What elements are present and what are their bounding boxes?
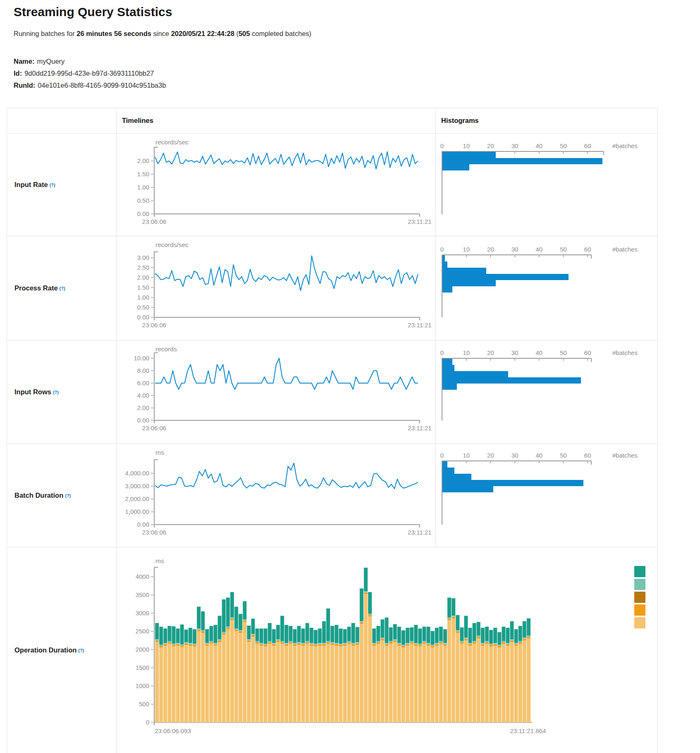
operation-duration-label-cell: Operation Duration(?) [7, 547, 117, 753]
running-mid: since [151, 30, 171, 37]
svg-text:10: 10 [463, 142, 470, 149]
operation-duration-row: Operation Duration(?) ms4000350030002500… [7, 547, 657, 753]
batch-duration-timeline-cell: ms4,000.003,000.002,000.001,000.000.0023… [117, 444, 436, 547]
svg-text:4,000.00: 4,000.00 [125, 470, 149, 477]
input-rate-label: Input Rate [14, 181, 48, 189]
batch-duration-help-icon[interactable]: (?) [65, 493, 71, 498]
legend-swatch-orange [634, 604, 645, 616]
running-paren: ( [234, 30, 239, 37]
operation-duration-stacked-chart: 4000350030002500200015001000500023:06:06… [117, 547, 657, 753]
legend-swatch-light-teal [634, 579, 645, 590]
running-suffix: completed batches) [250, 30, 311, 37]
input-rate-help-icon[interactable]: (?) [50, 182, 55, 187]
corner-cell [7, 108, 117, 133]
svg-text:20: 20 [487, 452, 494, 459]
completed-batches-count: 505 [239, 30, 250, 37]
timelines-header-cell: Timelines [117, 108, 436, 133]
svg-text:1500: 1500 [136, 664, 149, 671]
process-rate-timeline-cell: records/sec3.002.502.001.501.000.500.002… [117, 236, 436, 340]
operation-duration-chart-cell: ms4000350030002500200015001000500023:06:… [117, 547, 657, 753]
process-rate-histogram-cell: 0102030405060#batches [436, 236, 657, 340]
svg-text:40: 40 [535, 142, 542, 149]
running-batches-line: Running batches for 26 minutes 56 second… [14, 30, 311, 38]
query-meta: Name:myQuery Id:9d0dd219-995d-423e-b97d-… [14, 55, 166, 91]
svg-text:1.50: 1.50 [137, 284, 149, 291]
svg-text:23:11:21: 23:11:21 [408, 529, 431, 536]
batch-duration-histogram-chart: 0102030405060#batches [436, 444, 657, 547]
svg-text:2500: 2500 [136, 628, 149, 635]
svg-text:10: 10 [463, 349, 470, 356]
svg-text:23:11:21: 23:11:21 [408, 321, 431, 329]
svg-text:#batches: #batches [612, 452, 638, 459]
streaming-query-statistics-page: Streaming Query Statistics Running batch… [0, 0, 700, 753]
process-rate-help-icon[interactable]: (?) [60, 286, 65, 291]
svg-text:30: 30 [511, 142, 518, 149]
svg-text:10: 10 [463, 452, 470, 459]
batch-duration-histogram-cell: 0102030405060#batches [436, 444, 657, 547]
svg-text:23:06:06: 23:06:06 [142, 218, 166, 225]
svg-text:60: 60 [584, 142, 591, 149]
svg-text:1,000.00: 1,000.00 [125, 508, 149, 515]
query-id-line: Id:9d0dd219-995d-423e-b97d-36931110bb27 [14, 67, 166, 79]
process-rate-label-cell: Process Rate(?) [7, 236, 117, 340]
svg-text:60: 60 [584, 349, 591, 356]
svg-text:50: 50 [560, 452, 567, 459]
svg-text:23:06:06: 23:06:06 [142, 529, 166, 536]
running-duration: 26 minutes 56 seconds [76, 30, 151, 37]
batch-duration-label: Batch Duration [14, 492, 63, 499]
svg-text:#batches: #batches [612, 349, 638, 356]
legend-swatch-light-orange [634, 617, 645, 628]
name-value: myQuery [37, 58, 65, 65]
svg-text:23:06:06.093: 23:06:06.093 [155, 727, 191, 734]
svg-text:20: 20 [487, 142, 494, 149]
input-rows-help-icon[interactable]: (?) [53, 390, 59, 395]
histograms-header-cell: Histograms [436, 108, 657, 133]
operation-duration-help-icon[interactable]: (?) [78, 648, 84, 653]
process-rate-label: Process Rate [14, 284, 58, 292]
svg-text:1.00: 1.00 [137, 294, 149, 301]
input-rows-timeline-cell: records10.008.006.004.002.000.0023:06:06… [117, 341, 436, 444]
input-rows-timeline-chart: 10.008.006.004.002.000.0023:06:0623:11:2… [117, 341, 435, 444]
svg-text:0.50: 0.50 [137, 197, 149, 204]
svg-text:0: 0 [440, 142, 444, 149]
running-start-time: 2020/05/21 22:44:28 [171, 30, 234, 37]
svg-text:23:06:06: 23:06:06 [142, 321, 166, 329]
svg-text:2.50: 2.50 [137, 264, 149, 271]
svg-text:8.00: 8.00 [137, 367, 149, 374]
input-rate-timeline-chart: 2.001.501.000.500.0023:06:0623:11:21 [117, 134, 435, 236]
svg-text:#batches: #batches [612, 246, 638, 253]
svg-text:20: 20 [487, 246, 494, 253]
input-rows-histogram-cell: 0102030405060#batches [436, 341, 657, 444]
svg-text:50: 50 [560, 142, 567, 149]
svg-text:3.00: 3.00 [137, 254, 149, 261]
svg-text:40: 40 [535, 349, 542, 356]
svg-text:2,000.00: 2,000.00 [125, 495, 149, 502]
svg-text:0.00: 0.00 [137, 521, 149, 528]
input-rate-label-cell: Input Rate(?) [7, 134, 117, 236]
svg-text:4000: 4000 [136, 573, 149, 580]
svg-text:3500: 3500 [136, 591, 149, 598]
id-label: Id: [14, 70, 22, 77]
svg-text:30: 30 [511, 349, 518, 356]
legend-swatch-dark-orange [634, 592, 645, 603]
process-rate-timeline-chart: 3.002.502.001.501.000.500.0023:06:0623:1… [117, 236, 435, 340]
svg-text:50: 50 [560, 246, 567, 253]
process-rate-row: Process Rate(?) records/sec3.002.502.001… [7, 236, 657, 341]
statistics-table: Timelines Histograms Input Rate(?) recor… [7, 108, 658, 753]
input-rows-row: Input Rows(?) records10.008.006.004.002.… [7, 341, 657, 444]
svg-text:1.00: 1.00 [137, 184, 149, 191]
svg-text:1.50: 1.50 [137, 170, 149, 177]
batch-duration-row: Batch Duration(?) ms4,000.003,000.002,00… [7, 444, 657, 547]
input-rows-histogram-chart: 0102030405060#batches [436, 341, 657, 444]
svg-text:0: 0 [440, 349, 444, 356]
svg-text:30: 30 [511, 452, 518, 459]
svg-text:0.00: 0.00 [137, 314, 149, 321]
operation-duration-label: Operation Duration [14, 646, 76, 654]
svg-text:23:11:21: 23:11:21 [408, 424, 431, 432]
svg-text:0.00: 0.00 [137, 210, 149, 217]
input-rows-label-cell: Input Rows(?) [7, 341, 117, 444]
svg-text:30: 30 [511, 246, 518, 253]
svg-text:6.00: 6.00 [137, 379, 149, 386]
svg-text:23:06:06: 23:06:06 [142, 424, 166, 432]
input-rate-histogram-chart: 0102030405060#batches [436, 134, 657, 236]
